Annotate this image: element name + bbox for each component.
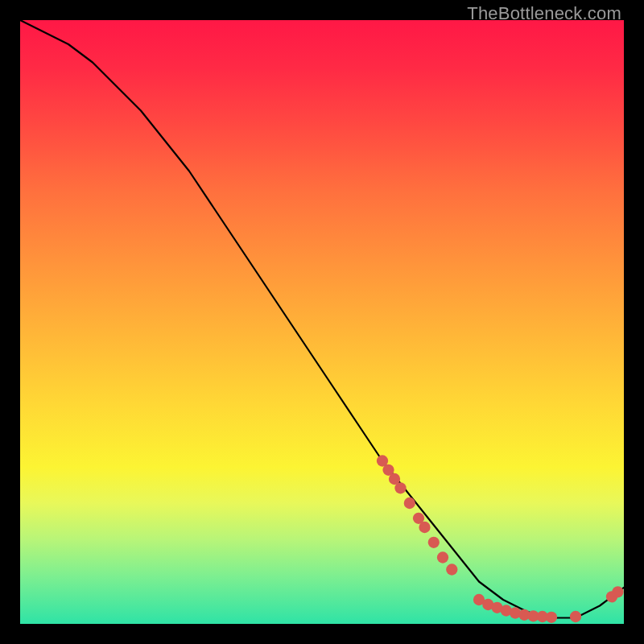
gpu-point — [404, 497, 415, 509]
bottleneck-curve — [20, 20, 624, 618]
chart-frame: TheBottleneck.com — [0, 0, 644, 644]
gpu-point — [546, 612, 557, 623]
gpu-point — [419, 522, 430, 533]
chart-svg — [20, 20, 624, 624]
gpu-point — [428, 537, 440, 548]
gpu-point — [570, 611, 581, 622]
gpu-point — [446, 564, 457, 575]
gpu-point — [612, 586, 623, 597]
gpu-point — [394, 482, 406, 493]
gpu-point — [437, 551, 448, 563]
plot-area — [20, 20, 624, 624]
